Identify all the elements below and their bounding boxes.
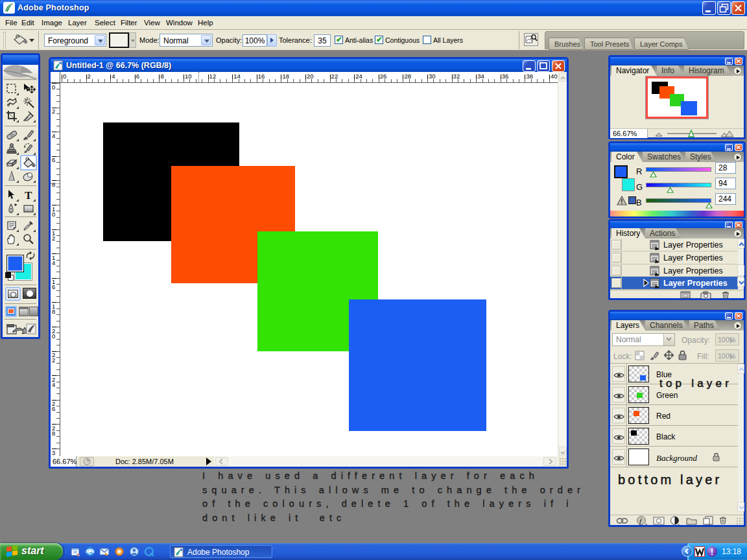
svg-text:T: T — [25, 189, 32, 201]
svg-text:e: e — [88, 548, 92, 555]
